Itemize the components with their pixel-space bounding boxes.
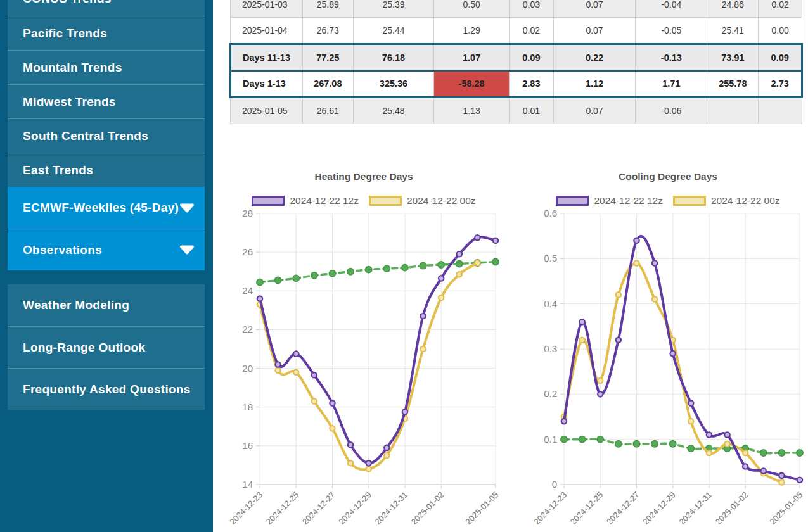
sidebar-item-weather-modeling[interactable]: Weather Modeling bbox=[8, 284, 205, 326]
sidebar-group: Weather ModelingLong-Range OutlookFreque… bbox=[8, 284, 205, 410]
table-cell: 0.22 bbox=[553, 44, 636, 71]
svg-text:20: 20 bbox=[242, 363, 253, 374]
legend-item-2024-12-22-00z[interactable]: 2024-12-22 00z bbox=[673, 195, 780, 206]
table-cell: 24.86 bbox=[707, 0, 759, 18]
svg-text:2024-12-23: 2024-12-23 bbox=[228, 490, 264, 527]
svg-text:2024-12-27: 2024-12-27 bbox=[605, 490, 641, 527]
sidebar-item-frequently-asked-questions[interactable]: Frequently Asked Questions bbox=[8, 368, 205, 410]
svg-text:2024-12-25: 2024-12-25 bbox=[264, 490, 301, 527]
legend-swatch bbox=[673, 196, 706, 206]
sidebar-item-label: Long-Range Outlook bbox=[23, 341, 145, 355]
svg-text:0.5: 0.5 bbox=[544, 253, 557, 263]
table-cell: 25.39 bbox=[353, 0, 433, 18]
table-cell: 325.36 bbox=[353, 71, 433, 98]
svg-text:2024-12-27: 2024-12-27 bbox=[300, 490, 337, 527]
sidebar-item-mountain-trends[interactable]: Mountain Trends bbox=[8, 50, 205, 84]
legend-item-2024-12-22-12z[interactable]: 2024-12-22 12z bbox=[252, 195, 359, 206]
trend-table: 2025-01-0325.8925.390.500.030.07-0.0424.… bbox=[229, 0, 803, 124]
table-cell: 1.13 bbox=[434, 98, 510, 124]
sidebar-item-pacific-trends[interactable]: Pacific Trends bbox=[8, 16, 205, 50]
sidebar-item-conus-trends[interactable]: CONUS Trends bbox=[8, 0, 205, 16]
table-cell: 76.18 bbox=[353, 44, 433, 71]
legend-item-2024-12-22-00z[interactable]: 2024-12-22 00z bbox=[369, 195, 476, 206]
table-cell: 1.07 bbox=[434, 44, 510, 71]
legend-swatch bbox=[252, 196, 285, 206]
heating-chart: Heating Degree Days2024-12-22 12z2024-12… bbox=[227, 166, 501, 532]
sidebar-item-midwest-trends[interactable]: Midwest Trends bbox=[8, 84, 205, 118]
table-cell: 1.12 bbox=[553, 71, 636, 98]
table-cell: 0.09 bbox=[759, 44, 802, 71]
table-cell: 0.00 bbox=[759, 18, 802, 44]
sidebar-item-east-trends[interactable]: East Trends bbox=[8, 153, 205, 187]
svg-text:2025-01-05: 2025-01-05 bbox=[463, 490, 500, 527]
legend-swatch bbox=[556, 196, 589, 206]
table-cell: 0.07 bbox=[553, 98, 636, 124]
svg-text:0: 0 bbox=[552, 479, 557, 490]
row-label-cell: 2025-01-03 bbox=[231, 0, 303, 18]
sidebar-item-label: Mountain Trends bbox=[23, 61, 122, 75]
table-cell: -0.06 bbox=[636, 98, 707, 124]
table-cell: 0.50 bbox=[434, 0, 510, 18]
svg-text:2024-12-31: 2024-12-31 bbox=[373, 490, 409, 527]
chart-title: Heating Degree Days bbox=[227, 171, 501, 182]
row-label-cell: Days 11-13 bbox=[231, 44, 303, 71]
table-cell: 73.91 bbox=[707, 44, 759, 71]
table-cell: 25.89 bbox=[302, 0, 353, 18]
table-cell: 0.02 bbox=[759, 0, 802, 18]
legend-label: 2024-12-22 00z bbox=[407, 195, 476, 206]
table-cell: 0.07 bbox=[553, 18, 636, 44]
svg-text:16: 16 bbox=[242, 440, 253, 451]
table-cell: -0.04 bbox=[636, 0, 707, 18]
table-cell: 77.25 bbox=[302, 44, 353, 71]
sidebar-item-south-central-trends[interactable]: South Central Trends bbox=[8, 118, 205, 153]
table-cell: 0.09 bbox=[510, 44, 553, 71]
legend-swatch bbox=[369, 196, 402, 206]
svg-text:0.2: 0.2 bbox=[544, 388, 557, 399]
table-cell: 2.73 bbox=[759, 71, 802, 98]
table-cell: 25.41 bbox=[707, 18, 759, 44]
legend-label: 2024-12-22 12z bbox=[594, 195, 663, 206]
svg-text:0.3: 0.3 bbox=[544, 343, 557, 354]
sidebar-item-ecmwf-weeklies-45-day[interactable]: ECMWF-Weeklies (45-Day) bbox=[8, 187, 205, 229]
svg-text:0.4: 0.4 bbox=[544, 298, 557, 309]
table-row: 2025-01-0325.8925.390.500.030.07-0.0424.… bbox=[231, 0, 802, 18]
row-label-cell: 2025-01-04 bbox=[231, 18, 303, 44]
trend-table-body: 2025-01-0325.8925.390.500.030.07-0.0424.… bbox=[231, 0, 802, 124]
table-cell: 26.61 bbox=[302, 98, 353, 124]
svg-text:2025-01-05: 2025-01-05 bbox=[767, 490, 804, 527]
table-cell: -0.05 bbox=[636, 18, 707, 44]
sidebar-item-label: Pacific Trends bbox=[23, 27, 107, 41]
chevron-down-icon[interactable] bbox=[179, 245, 195, 255]
trend-table-wrap: 2025-01-0325.8925.390.500.030.07-0.0424.… bbox=[229, 0, 803, 124]
row-label-cell: 2025-01-05 bbox=[231, 98, 303, 124]
sidebar-item-observations[interactable]: Observations bbox=[8, 229, 205, 270]
chevron-down-icon[interactable] bbox=[179, 203, 195, 213]
table-cell: 0.07 bbox=[553, 0, 636, 18]
sidebar-item-label: Frequently Asked Questions bbox=[23, 383, 191, 396]
sidebar-item-label: Weather Modeling bbox=[23, 298, 129, 312]
plot-svg: 0.60.50.40.30.20.102024-12-232024-12-252… bbox=[531, 210, 805, 532]
svg-text:18: 18 bbox=[242, 402, 253, 412]
table-cell: 25.44 bbox=[353, 18, 433, 44]
svg-text:2025-01-02: 2025-01-02 bbox=[409, 490, 446, 527]
table-cell bbox=[759, 98, 802, 124]
svg-text:2025-01-02: 2025-01-02 bbox=[714, 490, 750, 527]
svg-text:2024-12-29: 2024-12-29 bbox=[641, 490, 677, 527]
table-cell: 255.78 bbox=[707, 71, 759, 98]
sidebar-item-label: Midwest Trends bbox=[23, 95, 116, 109]
sidebar-item-long-range-outlook[interactable]: Long-Range Outlook bbox=[8, 326, 205, 368]
sidebar-item-label: South Central Trends bbox=[23, 129, 148, 143]
table-cell: 0.01 bbox=[510, 98, 553, 124]
svg-text:24: 24 bbox=[242, 285, 253, 296]
table-row: Days 1-13267.08325.36-58.282.831.121.712… bbox=[231, 71, 802, 98]
table-cell: 1.29 bbox=[434, 18, 510, 44]
legend-label: 2024-12-22 00z bbox=[711, 195, 780, 206]
svg-text:0.6: 0.6 bbox=[544, 210, 557, 218]
table-cell: -0.13 bbox=[636, 44, 707, 71]
legend-item-2024-12-22-12z[interactable]: 2024-12-22 12z bbox=[556, 195, 663, 206]
table-cell: 26.73 bbox=[302, 18, 353, 44]
svg-text:0.1: 0.1 bbox=[544, 434, 557, 445]
sidebar-menu: CONUS TrendsPacific TrendsMountain Trend… bbox=[8, 0, 205, 410]
legend-label: 2024-12-22 12z bbox=[290, 195, 359, 206]
sidebar-item-label: East Trends bbox=[23, 163, 93, 177]
